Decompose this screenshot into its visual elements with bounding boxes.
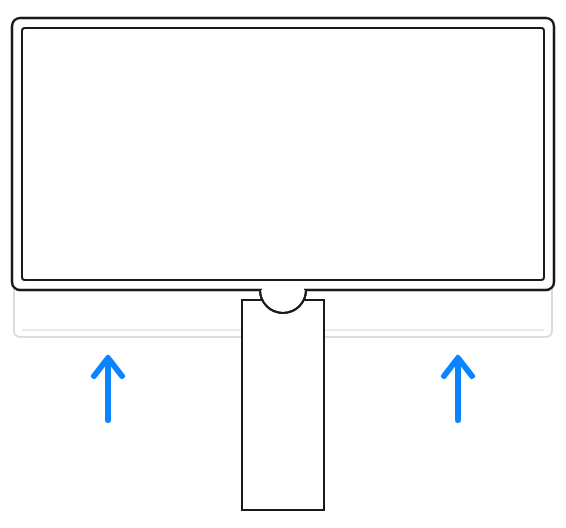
- display-height-adjust-diagram: raise-display-up raise-display-up extern…: [0, 0, 566, 528]
- display-stand: [242, 300, 324, 510]
- svg-rect-4: [22, 28, 544, 280]
- arrow-up-left-icon: [94, 358, 122, 420]
- svg-rect-5: [262, 286, 304, 293]
- svg-rect-2: [242, 300, 324, 510]
- display-monitor: [12, 18, 554, 290]
- arrow-up-right-icon: [444, 358, 472, 420]
